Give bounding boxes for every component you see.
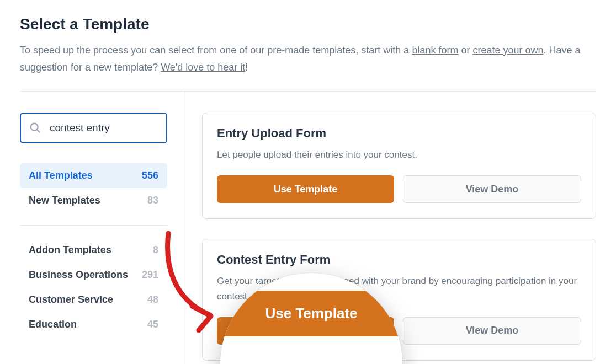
template-description: Let people upload their entries into you… [217,147,581,162]
feedback-link[interactable]: We'd love to hear it [161,62,245,73]
use-template-button[interactable]: Use Template [217,175,394,203]
desc-text: ! [245,62,248,73]
category-list-top: All Templates 556 New Templates 83 [20,163,167,213]
template-title: Entry Upload Form [217,126,581,141]
category-count: 83 [147,195,158,206]
category-divider [20,225,167,226]
blank-form-link[interactable]: blank form [412,45,458,56]
template-actions: Use Template View Demo [217,175,581,203]
category-label: Business Operations [29,269,128,281]
desc-text: To speed up the process you can select f… [20,45,412,56]
search-wrap [20,113,167,143]
search-input[interactable] [20,113,167,143]
desc-text: or [458,45,472,56]
template-title: Contest Entry Form [217,253,581,267]
svg-line-1 [37,130,40,132]
category-list: Addon Templates 8 Business Operations 29… [20,238,167,337]
category-count: 556 [142,170,158,181]
category-label: New Templates [29,195,100,206]
search-icon [29,122,41,134]
category-label: Education [29,319,77,330]
sidebar: All Templates 556 New Templates 83 Addon… [20,92,185,364]
category-count: 48 [147,294,158,306]
view-demo-button[interactable]: View Demo [403,175,581,203]
category-business-operations[interactable]: Business Operations 291 [20,263,167,287]
category-all-templates[interactable]: All Templates 556 [20,163,167,188]
view-demo-button[interactable]: View Demo [403,317,581,345]
template-card: Entry Upload Form Let people upload thei… [202,113,596,219]
svg-point-0 [31,124,38,131]
category-label: All Templates [29,170,93,181]
category-education[interactable]: Education 45 [20,312,167,337]
category-new-templates[interactable]: New Templates 83 [20,188,167,213]
create-your-own-link[interactable]: create your own [472,45,543,56]
category-addon-templates[interactable]: Addon Templates 8 [20,238,167,263]
page-description: To speed up the process you can select f… [20,42,596,76]
category-count: 45 [147,319,158,330]
category-label: Addon Templates [29,244,111,256]
category-label: Customer Service [29,294,113,306]
category-count: 291 [142,269,158,281]
category-customer-service[interactable]: Customer Service 48 [20,287,167,312]
page-title: Select a Template [20,15,596,33]
category-count: 8 [153,244,158,256]
